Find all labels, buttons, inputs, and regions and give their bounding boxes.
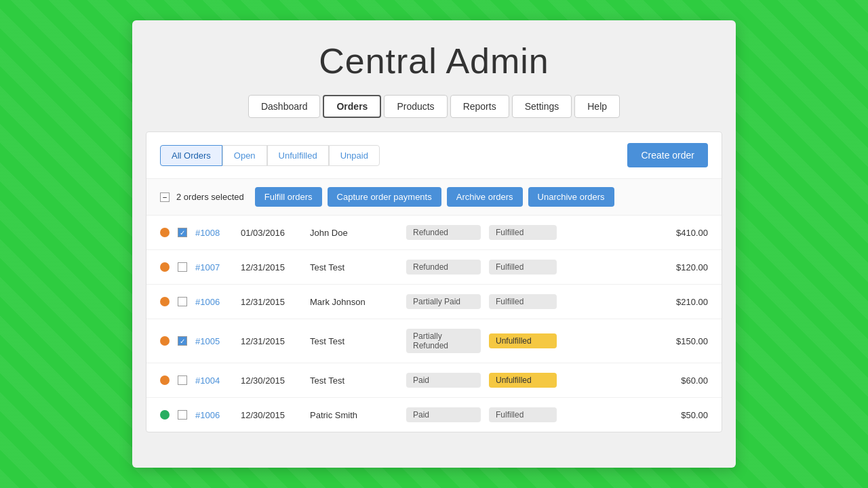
nav-reports[interactable]: Reports — [450, 95, 509, 118]
table-row: #100612/30/2015Patric SmithPaidFulfilled… — [146, 398, 722, 432]
order-id[interactable]: #1006 — [195, 410, 233, 420]
tab-unfulfilled[interactable]: Unfulfilled — [267, 145, 329, 166]
header: Central Admin — [132, 20, 736, 95]
order-date: 12/31/2015 — [241, 297, 302, 307]
order-tabs: All OrdersOpenUnfulfilledUnpaid — [160, 145, 380, 166]
order-amount: $120.00 — [676, 262, 708, 272]
archive-button[interactable]: Archive orders — [447, 187, 523, 207]
order-id[interactable]: #1007 — [195, 262, 233, 272]
order-payment-badge: Refunded — [406, 260, 481, 274]
orders-table: ✓#100801/03/2016John DoeRefundedFulfille… — [146, 216, 722, 432]
order-date: 12/30/2015 — [241, 375, 302, 386]
order-checkbox[interactable] — [178, 410, 187, 420]
order-payment-badge: Refunded — [406, 225, 481, 240]
order-id[interactable]: #1008 — [195, 228, 233, 238]
table-row: #100612/31/2015Mark JohnsonPartially Pai… — [146, 285, 722, 319]
order-status-dot — [160, 228, 170, 237]
unarchive-button[interactable]: Unarchive orders — [528, 187, 614, 207]
nav-bar: DashboardOrdersProductsReportsSettingsHe… — [132, 95, 736, 131]
content-area: All OrdersOpenUnfulfilledUnpaid Create o… — [146, 131, 722, 432]
order-customer-name: Mark Johnson — [310, 297, 398, 307]
order-amount: $410.00 — [676, 228, 708, 238]
order-status-dot — [160, 262, 170, 272]
order-fulfillment-badge: Fulfilled — [489, 294, 557, 309]
order-fulfillment-badge: Unfulfilled — [489, 373, 557, 388]
nav-help[interactable]: Help — [574, 95, 620, 118]
create-order-button[interactable]: Create order — [627, 143, 708, 167]
order-customer-name: Test Test — [310, 262, 398, 272]
order-customer-name: Patric Smith — [310, 410, 398, 420]
capture-button[interactable]: Capture order payments — [328, 187, 441, 207]
order-payment-badge: Partially Paid — [406, 294, 481, 309]
app-title: Central Admin — [132, 41, 736, 81]
order-payment-badge: Paid — [406, 407, 481, 422]
tab-open[interactable]: Open — [222, 145, 267, 166]
order-amount: $50.00 — [681, 410, 708, 420]
main-panel: Central Admin DashboardOrdersProductsRep… — [132, 20, 736, 468]
table-row: #100412/30/2015Test TestPaidUnfulfilled$… — [146, 363, 722, 398]
tab-all-orders[interactable]: All Orders — [160, 145, 222, 166]
selection-count: 2 orders selected — [176, 192, 244, 202]
order-date: 12/31/2015 — [241, 262, 302, 272]
order-fulfillment-badge: Fulfilled — [489, 260, 557, 274]
order-amount: $210.00 — [676, 297, 708, 307]
order-status-dot — [160, 336, 170, 346]
order-amount: $60.00 — [681, 375, 708, 386]
order-fulfillment-badge: Fulfilled — [489, 407, 557, 422]
fulfill-button[interactable]: Fulfill orders — [255, 187, 322, 207]
order-id[interactable]: #1004 — [195, 375, 233, 386]
nav-settings[interactable]: Settings — [512, 95, 572, 118]
order-checkbox[interactable]: ✓ — [178, 336, 187, 346]
order-fulfillment-badge: Unfulfilled — [489, 333, 557, 348]
select-all-checkbox[interactable]: – — [160, 192, 170, 202]
order-date: 12/31/2015 — [241, 336, 302, 346]
order-customer-name: John Doe — [310, 228, 398, 238]
toolbar: All OrdersOpenUnfulfilledUnpaid Create o… — [146, 132, 722, 179]
order-fulfillment-badge: Fulfilled — [489, 225, 557, 240]
order-checkbox[interactable] — [178, 262, 187, 272]
order-checkbox[interactable]: ✓ — [178, 228, 187, 237]
selection-bar: – 2 orders selected Fulfill ordersCaptur… — [146, 179, 722, 216]
order-amount: $150.00 — [676, 336, 708, 346]
table-row: ✓#100801/03/2016John DoeRefundedFulfille… — [146, 216, 722, 250]
nav-products[interactable]: Products — [384, 95, 447, 118]
nav-orders[interactable]: Orders — [323, 95, 381, 118]
order-customer-name: Test Test — [310, 375, 398, 386]
order-status-dot — [160, 410, 170, 420]
order-payment-badge: Partially Refunded — [406, 329, 481, 353]
order-customer-name: Test Test — [310, 336, 398, 346]
order-payment-badge: Paid — [406, 373, 481, 388]
table-row: ✓#100512/31/2015Test TestPartially Refun… — [146, 319, 722, 363]
order-checkbox[interactable] — [178, 375, 187, 385]
order-date: 01/03/2016 — [241, 228, 302, 238]
order-id[interactable]: #1005 — [195, 336, 233, 346]
order-id[interactable]: #1006 — [195, 297, 233, 307]
nav-dashboard[interactable]: Dashboard — [248, 95, 321, 118]
order-status-dot — [160, 297, 170, 306]
order-status-dot — [160, 375, 170, 385]
order-checkbox[interactable] — [178, 297, 187, 306]
order-date: 12/30/2015 — [241, 410, 302, 420]
tab-unpaid[interactable]: Unpaid — [329, 145, 380, 166]
table-row: #100712/31/2015Test TestRefundedFulfille… — [146, 250, 722, 285]
action-buttons: Fulfill ordersCapture order paymentsArch… — [255, 187, 614, 207]
